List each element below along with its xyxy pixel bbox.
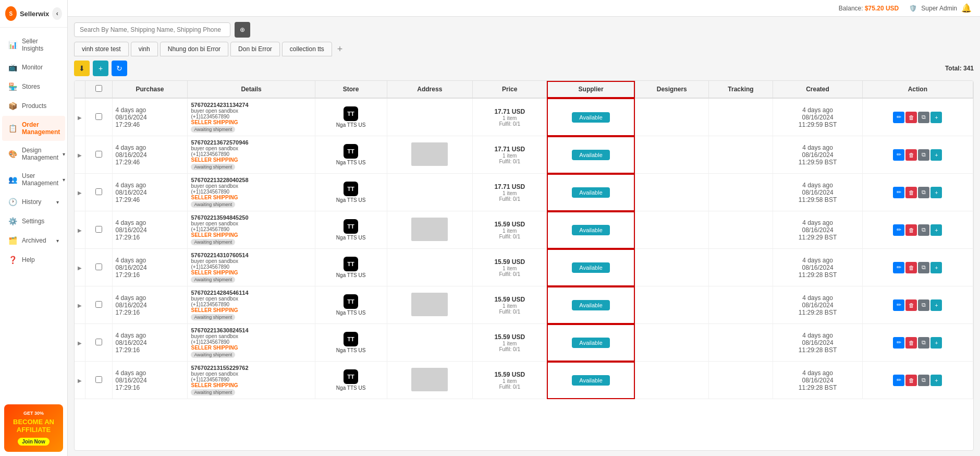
checkbox-cell[interactable] (85, 136, 113, 174)
row-checkbox[interactable] (95, 113, 102, 120)
expand-cell[interactable]: ▶ (75, 98, 85, 136)
available-button[interactable]: Available (572, 300, 609, 310)
expand-icon[interactable]: ▶ (78, 227, 82, 233)
add-tab-button[interactable]: + (334, 43, 346, 56)
sidebar-back-button[interactable]: ‹ (52, 7, 62, 20)
add-action-button[interactable]: + (930, 262, 942, 273)
edit-button[interactable]: ✏ (893, 299, 904, 311)
banner-join-button[interactable]: Join Now (18, 438, 49, 446)
expand-icon[interactable]: ▶ (78, 265, 82, 271)
tab-nhung-don[interactable]: Nhung don bi Error (160, 42, 228, 56)
edit-button[interactable]: ✏ (893, 375, 904, 386)
checkbox-cell[interactable] (85, 324, 113, 362)
available-button[interactable]: Available (572, 112, 609, 123)
checkbox-cell[interactable] (85, 174, 113, 211)
row-checkbox[interactable] (95, 151, 102, 158)
row-checkbox[interactable] (95, 339, 102, 345)
edit-button[interactable]: ✏ (893, 187, 904, 198)
row-checkbox[interactable] (95, 376, 102, 383)
sidebar-item-monitor[interactable]: 📺 Monitor (2, 58, 65, 77)
expand-icon[interactable]: ▶ (78, 152, 82, 158)
download-button[interactable]: ⬇ (74, 61, 90, 76)
available-button[interactable]: Available (572, 225, 609, 235)
edit-button[interactable]: ✏ (893, 149, 904, 161)
sidebar-item-settings[interactable]: ⚙️ Settings (2, 212, 65, 231)
delete-button[interactable]: 🗑 (905, 375, 917, 386)
delete-button[interactable]: 🗑 (905, 224, 917, 236)
expand-cell[interactable]: ▶ (75, 324, 85, 362)
checkbox-cell[interactable] (85, 98, 113, 136)
delete-button[interactable]: 🗑 (905, 187, 917, 198)
add-action-button[interactable]: + (930, 187, 942, 198)
supplier-cell: Available (547, 249, 635, 286)
sidebar-item-history[interactable]: 🕐 History ▾ (2, 193, 65, 211)
edit-button[interactable]: ✏ (893, 224, 904, 236)
expand-cell[interactable]: ▶ (75, 362, 85, 399)
expand-cell[interactable]: ▶ (75, 286, 85, 324)
available-button[interactable]: Available (572, 187, 609, 198)
delete-button[interactable]: 🗑 (905, 112, 917, 123)
checkbox-cell[interactable] (85, 249, 113, 286)
sidebar-item-archived[interactable]: 🗂️ Archived ▾ (2, 231, 65, 250)
sidebar-item-design-management[interactable]: 🎨 Design Management ▾ (2, 141, 65, 166)
copy-button[interactable]: ⧉ (918, 224, 929, 236)
available-button[interactable]: Available (572, 262, 609, 273)
tab-vinh-store-test[interactable]: vinh store test (74, 42, 129, 56)
edit-button[interactable]: ✏ (893, 112, 904, 123)
expand-icon[interactable]: ▶ (78, 378, 82, 383)
available-button[interactable]: Available (572, 150, 609, 160)
sidebar-item-seller-insights[interactable]: 📊 Seller Insights (2, 32, 65, 57)
tab-collection[interactable]: collection tts (282, 42, 332, 56)
add-action-button[interactable]: + (930, 337, 942, 349)
add-order-button[interactable]: + (93, 61, 108, 76)
expand-icon[interactable]: ▶ (78, 190, 82, 196)
copy-button[interactable]: ⧉ (918, 187, 929, 198)
expand-icon[interactable]: ▶ (78, 303, 82, 308)
sidebar-item-stores[interactable]: 🏪 Stores (2, 77, 65, 96)
delete-button[interactable]: 🗑 (905, 149, 917, 161)
add-action-button[interactable]: + (930, 375, 942, 386)
add-action-button[interactable]: + (930, 112, 942, 123)
add-action-button[interactable]: + (930, 224, 942, 236)
search-button[interactable]: ⊕ (235, 22, 250, 38)
expand-cell[interactable]: ▶ (75, 174, 85, 211)
copy-button[interactable]: ⧉ (918, 149, 929, 161)
expand-icon[interactable]: ▶ (78, 115, 82, 121)
available-button[interactable]: Available (572, 375, 609, 386)
expand-cell[interactable]: ▶ (75, 249, 85, 286)
refresh-button[interactable]: ↻ (112, 61, 127, 76)
expand-icon[interactable]: ▶ (78, 340, 82, 346)
checkbox-cell[interactable] (85, 211, 113, 249)
sidebar-item-user-management[interactable]: 👥 User Management ▾ (2, 167, 65, 192)
copy-button[interactable]: ⧉ (918, 299, 929, 311)
copy-button[interactable]: ⧉ (918, 337, 929, 349)
row-checkbox[interactable] (95, 226, 102, 233)
add-action-button[interactable]: + (930, 299, 942, 311)
affiliate-banner[interactable]: GET 30% BECOME AN AFFILIATE Join Now (4, 404, 63, 452)
available-button[interactable]: Available (572, 338, 609, 348)
tab-vinh[interactable]: vinh (131, 42, 158, 56)
row-checkbox[interactable] (95, 263, 102, 270)
fulfil-status: Fulfil: 0/1 (476, 384, 543, 390)
delete-button[interactable]: 🗑 (905, 262, 917, 273)
checkbox-cell[interactable] (85, 286, 113, 324)
select-all-checkbox[interactable] (95, 85, 102, 92)
checkbox-cell[interactable] (85, 362, 113, 399)
sidebar-item-help[interactable]: ❓ Help (2, 250, 65, 269)
sidebar-item-products[interactable]: 📦 Products (2, 97, 65, 115)
edit-button[interactable]: ✏ (893, 337, 904, 349)
row-checkbox[interactable] (95, 188, 102, 195)
copy-button[interactable]: ⧉ (918, 112, 929, 123)
sidebar-item-order-management[interactable]: 📋 Order Management (2, 116, 65, 141)
add-action-button[interactable]: + (930, 149, 942, 161)
copy-button[interactable]: ⧉ (918, 262, 929, 273)
copy-button[interactable]: ⧉ (918, 375, 929, 386)
delete-button[interactable]: 🗑 (905, 299, 917, 311)
search-input[interactable] (74, 22, 230, 37)
expand-cell[interactable]: ▶ (75, 211, 85, 249)
tab-don-bi-error[interactable]: Don bi Error (230, 42, 280, 56)
edit-button[interactable]: ✏ (893, 262, 904, 273)
delete-button[interactable]: 🗑 (905, 337, 917, 349)
row-checkbox[interactable] (95, 301, 102, 308)
expand-cell[interactable]: ▶ (75, 136, 85, 174)
